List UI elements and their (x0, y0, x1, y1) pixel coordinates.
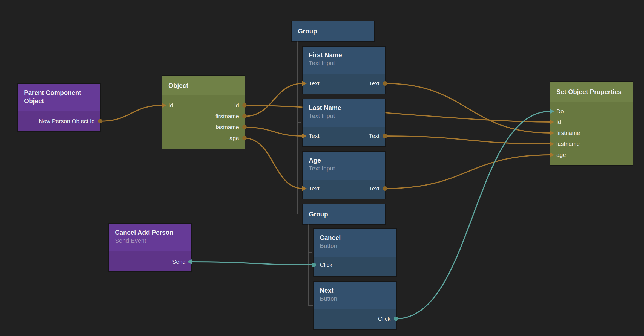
age-input-port-arrow-icon[interactable] (550, 152, 554, 157)
node-header: First NameText Input (303, 47, 385, 74)
node-next-button[interactable]: NextButtonClick (314, 282, 396, 329)
node-subtitle: Text Input (309, 112, 380, 120)
click-output-port-icon[interactable] (312, 263, 316, 267)
send-input-port-arrow-icon[interactable] (187, 259, 192, 264)
age-output-port-icon[interactable] (242, 136, 247, 140)
lastname-input-port-arrow-icon[interactable] (550, 141, 554, 146)
text-out-output-port-icon[interactable] (383, 134, 387, 138)
id-input-port-arrow-icon[interactable] (550, 120, 554, 124)
firstname-output-port-icon[interactable] (242, 114, 247, 118)
port-label-set-object-properties-age: age (556, 152, 566, 158)
text-out-output-port-icon[interactable] (383, 186, 387, 191)
node-subtitle: Button (320, 295, 390, 303)
port-label-object-id-out: Id (234, 102, 239, 109)
node-group-2[interactable]: Group (303, 204, 385, 224)
wire-age-text-out--set-object-properties-age[interactable] (385, 155, 550, 189)
node-last-name[interactable]: Last NameText InputTextText (303, 99, 385, 146)
port-label-object-firstname: firstname (215, 113, 239, 120)
node-header: Set Object Properties (550, 82, 633, 102)
id-out-output-port-icon[interactable] (242, 103, 247, 108)
port-label-object-age: age (229, 135, 239, 141)
port-label-next-button-click: Click (378, 315, 391, 322)
port-label-set-object-properties-lastname: lastname (556, 141, 580, 147)
wire-object-firstname--first-name-text-in[interactable] (245, 83, 303, 116)
node-cancel-add-person[interactable]: Cancel Add PersonSend EventSend (109, 224, 191, 271)
node-subtitle: Button (320, 242, 390, 250)
text-out-output-port-icon[interactable] (383, 81, 387, 86)
text-in-input-port-arrow-icon[interactable] (302, 81, 307, 86)
firstname-input-port-arrow-icon[interactable] (550, 131, 554, 135)
do-input-port-arrow-icon[interactable] (550, 109, 554, 114)
port-label-age-text-in: Text (309, 185, 320, 192)
click-output-port-icon[interactable] (394, 317, 398, 321)
node-header: Parent Component Object (18, 84, 100, 111)
wire-object-id-out--set-object-properties-id[interactable] (245, 105, 550, 122)
wire-cancel-button-click--cancel-add-person-send[interactable] (191, 262, 314, 265)
node-cancel-button[interactable]: CancelButtonClick (314, 229, 396, 276)
wire-next-button-click--set-object-properties-do[interactable] (396, 111, 550, 319)
wire-object-age--age-text-in[interactable] (245, 138, 303, 189)
port-label-last-name-text-in: Text (309, 133, 320, 139)
port-label-set-object-properties-do: Do (556, 108, 564, 115)
port-label-parent-component-object-new-person-object-id: New Person Object Id (39, 118, 95, 124)
text-in-input-port-arrow-icon[interactable] (302, 186, 307, 191)
node-title: First Name (309, 51, 380, 59)
port-label-cancel-add-person-send: Send (172, 259, 186, 265)
node-header: Group (292, 21, 374, 41)
port-label-set-object-properties-id: Id (556, 119, 561, 125)
wire-first-name-text-out--set-object-properties-firstname[interactable] (385, 83, 550, 133)
node-header: Cancel Add PersonSend Event (109, 224, 191, 251)
node-header: Group (303, 204, 385, 224)
port-label-object-lastname: lastname (216, 124, 239, 131)
port-label-first-name-text-out: Text (369, 80, 380, 87)
node-title: Group (298, 27, 317, 35)
port-label-object-id-in: Id (168, 102, 173, 109)
wire-last-name-text-out--set-object-properties-lastname[interactable] (385, 136, 550, 144)
node-title: Cancel (320, 234, 390, 242)
node-header: CancelButton (314, 229, 396, 257)
port-label-set-object-properties-firstname: firstname (556, 130, 580, 136)
port-label-last-name-text-out: Text (369, 133, 380, 139)
node-header: AgeText Input (303, 152, 385, 180)
node-group-1[interactable]: Group (292, 21, 374, 41)
node-title: Parent Component Object (24, 89, 95, 105)
wire-parent-component-object-new-person-object-id--object-id-in[interactable] (100, 105, 162, 121)
node-title: Last Name (309, 104, 380, 112)
lastname-output-port-icon[interactable] (242, 125, 247, 129)
node-parent-component-object[interactable]: Parent Component ObjectNew Person Object… (18, 84, 100, 131)
port-label-cancel-button-click: Click (320, 262, 332, 268)
node-title: Cancel Add Person (115, 228, 186, 237)
node-title: Group (309, 210, 328, 218)
node-object[interactable]: ObjectIdIdfirstnamelastnameage (162, 76, 245, 149)
text-in-input-port-arrow-icon[interactable] (302, 134, 307, 138)
node-first-name[interactable]: First NameText InputTextText (303, 47, 385, 94)
node-header: NextButton (314, 282, 396, 309)
wire-object-lastname--last-name-text-in[interactable] (245, 127, 303, 136)
node-subtitle: Send Event (115, 237, 186, 245)
node-subtitle: Text Input (309, 164, 380, 172)
node-age[interactable]: AgeText InputTextText (303, 152, 385, 199)
node-subtitle: Text Input (309, 59, 380, 67)
node-title: Set Object Properties (556, 88, 622, 96)
node-title: Object (168, 82, 188, 90)
new-person-object-id-output-port-icon[interactable] (98, 119, 102, 123)
node-editor-canvas[interactable]: GroupFirst NameText InputTextTextLast Na… (0, 0, 644, 336)
node-header: Object (162, 76, 245, 95)
node-set-object-properties[interactable]: Set Object PropertiesDoIdfirstnamelastna… (550, 82, 633, 165)
port-label-age-text-out: Text (369, 185, 380, 192)
node-title: Age (309, 156, 380, 164)
node-title: Next (320, 286, 390, 295)
node-header: Last NameText Input (303, 99, 385, 127)
port-label-first-name-text-in: Text (309, 80, 320, 87)
id-in-input-port-arrow-icon[interactable] (162, 103, 166, 108)
